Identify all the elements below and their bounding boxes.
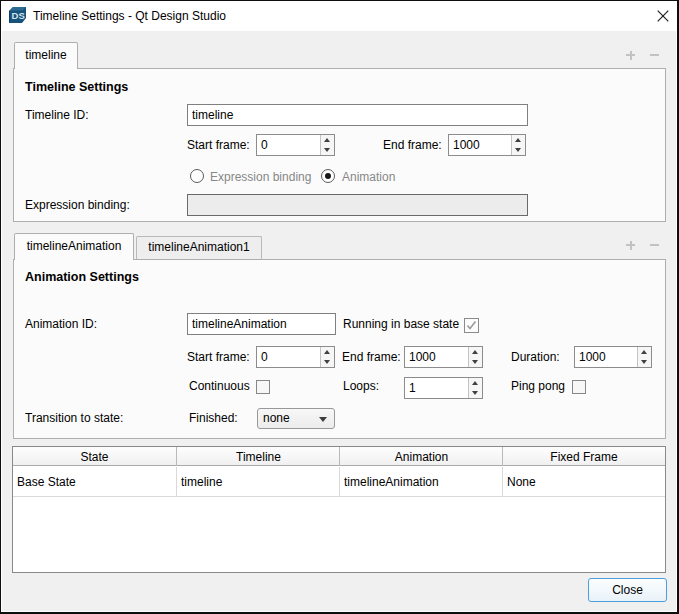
svg-text:DS: DS <box>12 10 25 21</box>
